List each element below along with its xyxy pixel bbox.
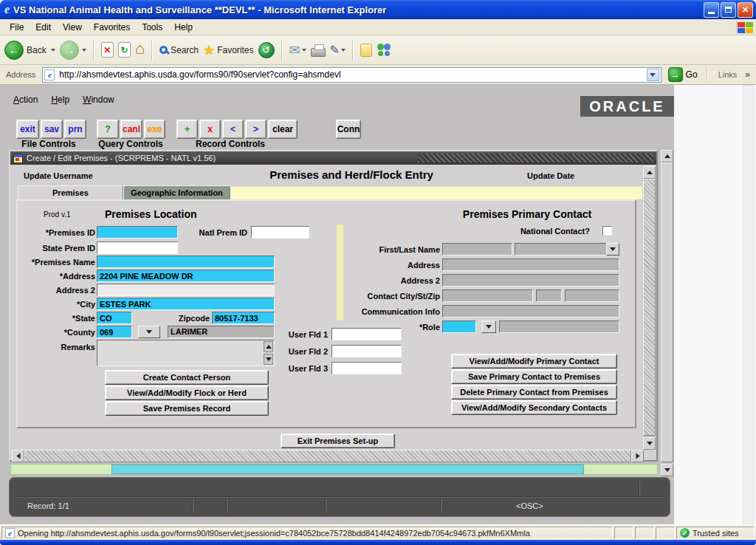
remarks-textarea[interactable] [97, 340, 275, 366]
stop-button[interactable]: ✕ [101, 42, 114, 58]
form-horizontal-scrollbar[interactable] [12, 450, 644, 462]
zipcode-field[interactable] [212, 312, 275, 324]
role-field[interactable] [442, 321, 476, 333]
refresh-button[interactable]: ↻ [118, 42, 131, 58]
contact-state-field[interactable] [536, 289, 562, 302]
favorites-button[interactable]: ★ Favorites [203, 42, 254, 58]
menu-view[interactable]: View [58, 21, 87, 34]
browser-vertical-scrollbar[interactable] [743, 85, 754, 524]
horizontal-scroll-thumb[interactable] [24, 450, 631, 462]
search-button[interactable]: Search [159, 45, 199, 55]
save-premises-record-button[interactable]: Save Premises Record [105, 401, 269, 416]
state-prem-id-field[interactable] [97, 241, 178, 254]
applet-scroll-down-button[interactable] [661, 464, 673, 476]
edit-dropdown-icon[interactable] [341, 49, 346, 54]
address-field[interactable]: e [42, 67, 661, 83]
applet-horizontal-scrollbar[interactable] [10, 464, 658, 475]
record-delete-button[interactable]: x [199, 120, 221, 139]
view-primary-contact-button[interactable]: View/Add/Modify Primary Contact [451, 354, 617, 369]
menu-favorites[interactable]: Favorites [89, 21, 135, 34]
state-field[interactable] [97, 312, 132, 324]
remarks-scroll-up[interactable] [264, 341, 273, 352]
contact-address2-field[interactable] [442, 274, 619, 287]
query-cancel-button[interactable]: canl [120, 120, 142, 139]
address-field[interactable] [97, 270, 275, 282]
links-chevron-icon[interactable]: » [745, 69, 753, 80]
print-form-button[interactable]: prn [64, 120, 86, 139]
forward-button[interactable]: → [60, 41, 86, 60]
record-next-button[interactable]: > [245, 120, 267, 139]
save-button[interactable]: sav [41, 120, 63, 139]
city-field[interactable] [97, 298, 275, 310]
oracle-menu-help[interactable]: Help [51, 95, 69, 105]
remarks-scroll-down[interactable] [264, 354, 273, 365]
applet-horizontal-scroll-thumb[interactable] [111, 465, 584, 474]
vertical-scroll-thumb[interactable] [643, 179, 656, 436]
notes-button[interactable] [360, 44, 372, 57]
contact-city-field[interactable] [442, 289, 533, 302]
conn-button[interactable]: Conn [336, 120, 361, 139]
links-menu[interactable]: Links [714, 70, 742, 79]
tab-geographic-information[interactable]: Geographic Information [123, 185, 230, 199]
minimize-button[interactable] [704, 2, 719, 18]
county-code-field[interactable] [97, 326, 132, 338]
exit-button[interactable]: exit [16, 120, 39, 139]
oracle-menu-action[interactable]: Action [13, 95, 38, 105]
name-dropdown-button[interactable] [606, 243, 619, 256]
record-add-button[interactable]: + [176, 120, 198, 139]
contact-address-field[interactable] [442, 258, 619, 271]
save-primary-contact-button[interactable]: Save Primary Contact to Premises [451, 369, 617, 384]
last-name-field[interactable] [515, 243, 619, 256]
form-window-titlebar[interactable]: Create / Edit Premises - (SCRPREMS - NAT… [10, 151, 656, 165]
record-prev-button[interactable]: < [222, 120, 244, 139]
close-button[interactable]: ✕ [738, 2, 753, 18]
edit-button[interactable]: ✎ [330, 43, 346, 57]
scroll-right-button[interactable] [631, 450, 644, 462]
user-fld-2-field[interactable] [331, 345, 402, 357]
forward-dropdown-icon[interactable] [82, 49, 86, 54]
query-execute-button[interactable]: exe [144, 120, 165, 139]
delete-primary-contact-button[interactable]: Delete Primary Contact from Premises [451, 385, 617, 400]
national-contact-checkbox[interactable] [602, 226, 612, 236]
view-flock-herd-button[interactable]: View/Add/Modify Flock or Herd [105, 385, 269, 400]
go-button[interactable]: → Go [665, 67, 701, 82]
menu-file[interactable]: File [4, 21, 29, 34]
address-dropdown-button[interactable] [647, 69, 659, 81]
applet-vertical-scrollbar[interactable] [661, 150, 673, 476]
record-clear-button[interactable]: clear [268, 120, 298, 139]
role-dropdown-button[interactable] [481, 321, 496, 333]
print-button[interactable] [311, 48, 326, 57]
scroll-up-button[interactable] [643, 166, 656, 179]
applet-scroll-up-button[interactable] [661, 150, 673, 162]
user-fld-3-field[interactable] [331, 362, 402, 374]
menu-help[interactable]: Help [169, 21, 198, 34]
back-button[interactable]: ← Back [4, 41, 55, 60]
history-button[interactable]: ↺ [258, 42, 275, 58]
address2-field[interactable] [97, 284, 275, 296]
scroll-down-button[interactable] [643, 437, 656, 450]
mail-dropdown-icon[interactable] [302, 49, 306, 54]
county-dropdown-button[interactable] [138, 326, 160, 338]
applet-scroll-thumb[interactable] [661, 162, 673, 462]
oracle-menu-window[interactable]: Window [83, 95, 114, 105]
scroll-left-button[interactable] [12, 450, 24, 462]
premises-name-field[interactable] [97, 256, 275, 268]
home-button[interactable]: ⌂ [135, 39, 145, 58]
query-help-button[interactable]: ? [97, 120, 119, 139]
create-contact-person-button[interactable]: Create Contact Person [105, 370, 269, 385]
tab-premises[interactable]: Premises [18, 185, 123, 199]
contact-zip-field[interactable] [565, 289, 619, 302]
restore-button[interactable] [721, 2, 736, 18]
menu-tools[interactable]: Tools [137, 21, 168, 34]
messenger-button[interactable] [377, 43, 393, 58]
menu-edit[interactable]: Edit [30, 21, 56, 34]
back-dropdown-icon[interactable] [51, 49, 55, 54]
mail-button[interactable]: ✉ [289, 42, 306, 58]
first-name-field[interactable] [442, 243, 512, 256]
natl-prem-id-field[interactable] [251, 226, 309, 239]
exit-premises-setup-button[interactable]: Exit Premises Set-up [281, 433, 395, 448]
premises-id-field[interactable] [97, 226, 178, 239]
address-input[interactable] [58, 69, 643, 80]
view-secondary-contacts-button[interactable]: View/Add/Modify Secondary Contacts [451, 400, 617, 415]
form-vertical-scrollbar[interactable] [643, 166, 656, 450]
